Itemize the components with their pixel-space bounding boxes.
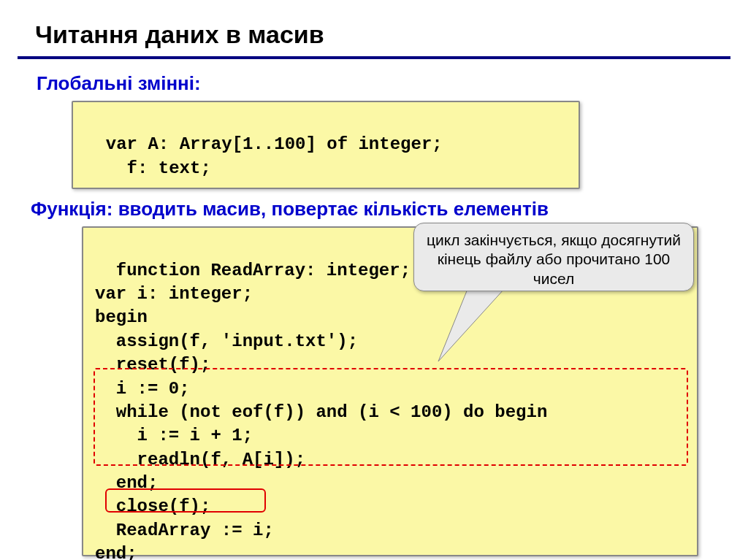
globals-heading: Глобальні змінні:	[37, 72, 748, 95]
while-loop-highlight	[94, 368, 688, 466]
callout-tail	[431, 285, 519, 365]
title-rule	[18, 56, 730, 59]
slide-title: Читання даних в масив	[0, 0, 748, 56]
function-heading: Функція: вводить масив, повертає кількіс…	[31, 198, 748, 220]
callout-bubble: цикл закінчується, якщо досягнутий кінец…	[413, 223, 694, 291]
globals-code: var A: Array[1..100] of integer; f: text…	[85, 134, 443, 177]
svg-marker-0	[438, 289, 504, 361]
return-highlight	[105, 488, 266, 513]
globals-code-box: var A: Array[1..100] of integer; f: text…	[72, 101, 580, 189]
callout-text: цикл закінчується, якщо досягнутий кінец…	[427, 231, 681, 287]
